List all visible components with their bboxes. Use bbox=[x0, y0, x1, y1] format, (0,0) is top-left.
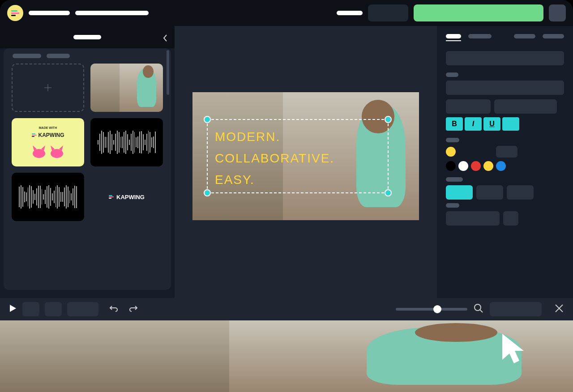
zoom-thumb[interactable] bbox=[433, 305, 441, 313]
video-frame[interactable]: MODERN. COLLABORATIVE. EASY. bbox=[192, 92, 419, 220]
header-button-cta[interactable] bbox=[414, 4, 543, 21]
timeline-controls bbox=[0, 298, 573, 320]
media-audio-thumb-2[interactable]: document.write(Array.from({length:34},(_… bbox=[12, 173, 84, 221]
add-media-button[interactable] bbox=[12, 64, 84, 112]
swatch-black[interactable] bbox=[446, 161, 456, 171]
sidebar: MADE WITH KAPWING document.write(Array.f… bbox=[0, 26, 175, 298]
align-option-3[interactable] bbox=[507, 185, 534, 200]
text-input-field[interactable] bbox=[446, 51, 564, 65]
header-link[interactable] bbox=[337, 11, 363, 15]
align-option-2[interactable] bbox=[476, 185, 503, 200]
timeline-ctrl-3[interactable] bbox=[67, 302, 98, 316]
bold-button[interactable]: B bbox=[446, 117, 463, 131]
avatar[interactable] bbox=[549, 4, 566, 21]
text-selection-box[interactable]: MODERN. COLLABORATIVE. EASY. bbox=[207, 119, 389, 193]
main-area: MADE WITH KAPWING document.write(Array.f… bbox=[0, 26, 573, 298]
spacing-field-2[interactable] bbox=[503, 211, 518, 226]
scrollbar[interactable] bbox=[167, 50, 169, 95]
spacing-field-1[interactable] bbox=[446, 211, 500, 226]
undo-button[interactable] bbox=[109, 305, 118, 314]
media-video-thumb[interactable] bbox=[90, 64, 163, 112]
panel-tab-2[interactable] bbox=[468, 34, 492, 38]
sidebar-title bbox=[73, 35, 101, 39]
media-kapwing-dark[interactable]: KAPWING bbox=[90, 173, 163, 221]
video-clip[interactable]: document.write(Array.from({length:14},()… bbox=[13, 337, 434, 365]
current-text-color[interactable] bbox=[446, 147, 456, 157]
font-size-field[interactable] bbox=[446, 99, 491, 114]
sidebar-tab-2[interactable] bbox=[47, 54, 70, 58]
timeline-ctrl-2[interactable] bbox=[45, 302, 62, 316]
panel-tab-4[interactable] bbox=[543, 34, 564, 38]
search-icon[interactable] bbox=[474, 303, 483, 315]
canvas[interactable]: MODERN. COLLABORATIVE. EASY. bbox=[175, 26, 437, 298]
breadcrumb[interactable] bbox=[75, 11, 149, 15]
resize-handle-bl[interactable] bbox=[204, 189, 211, 196]
logo[interactable] bbox=[7, 5, 23, 21]
properties-panel: B I U bbox=[437, 26, 573, 298]
font-family-select[interactable] bbox=[446, 81, 564, 95]
sidebar-tab-1[interactable] bbox=[13, 54, 41, 58]
resize-handle-tr[interactable] bbox=[385, 116, 392, 123]
prop-label-align bbox=[446, 177, 463, 182]
prop-label-spacing bbox=[446, 203, 459, 208]
timeline[interactable]: document.write(Array.from({length:15},()… bbox=[0, 320, 573, 392]
resize-handle-br[interactable] bbox=[385, 189, 392, 196]
italic-button[interactable]: I bbox=[465, 117, 482, 131]
swatch-yellow[interactable] bbox=[483, 161, 493, 171]
header-button-secondary[interactable] bbox=[368, 4, 408, 21]
color-hex-field[interactable] bbox=[496, 146, 517, 158]
align-option-active[interactable] bbox=[446, 185, 473, 200]
sidebar-header bbox=[0, 26, 175, 48]
play-button[interactable] bbox=[9, 304, 17, 315]
header-bar bbox=[0, 0, 573, 26]
swatch-blue[interactable] bbox=[496, 161, 506, 171]
zoom-slider[interactable] bbox=[396, 308, 467, 311]
prop-label-font bbox=[446, 72, 458, 77]
media-panel: MADE WITH KAPWING document.write(Array.f… bbox=[4, 48, 171, 290]
panel-tab-active[interactable] bbox=[446, 34, 461, 38]
overlay-text[interactable]: MODERN. COLLABORATIVE. EASY. bbox=[208, 120, 388, 191]
resize-handle-tl[interactable] bbox=[204, 116, 211, 123]
prop-label-color bbox=[446, 138, 459, 142]
swatch-red[interactable] bbox=[471, 161, 481, 171]
zoom-value-field[interactable] bbox=[490, 302, 542, 316]
panel-tab-3[interactable] bbox=[514, 34, 535, 38]
chevron-left-icon[interactable] bbox=[162, 33, 168, 45]
cats-icon bbox=[28, 141, 68, 159]
format-button-4[interactable] bbox=[502, 117, 519, 131]
timeline-ctrl-1[interactable] bbox=[22, 302, 39, 316]
media-audio-thumb-1[interactable]: document.write(Array.from({length:34},(_… bbox=[90, 118, 163, 166]
close-icon[interactable] bbox=[554, 303, 564, 315]
underline-button[interactable]: U bbox=[483, 117, 500, 131]
font-weight-select[interactable] bbox=[494, 99, 557, 114]
media-kapwing-card[interactable]: MADE WITH KAPWING bbox=[12, 118, 84, 166]
project-name[interactable] bbox=[29, 11, 70, 15]
redo-button[interactable] bbox=[129, 305, 138, 314]
cursor-icon bbox=[498, 331, 530, 371]
svg-point-2 bbox=[475, 304, 481, 311]
swatch-white[interactable] bbox=[458, 161, 468, 171]
